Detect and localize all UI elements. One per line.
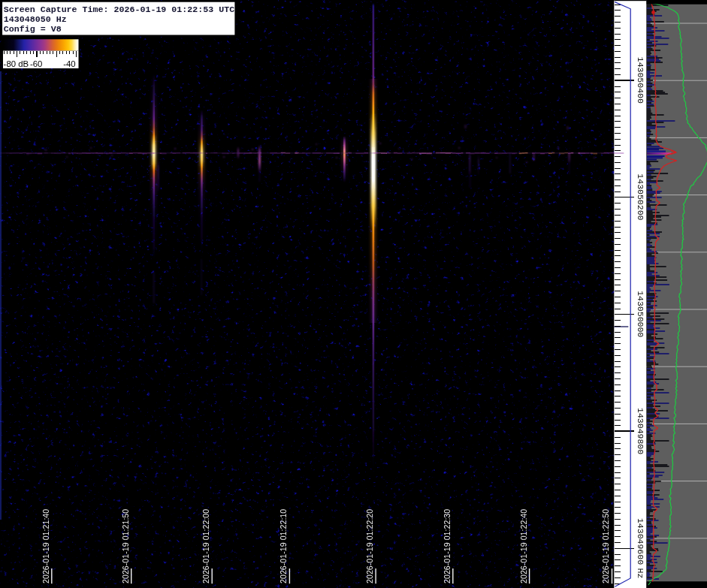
svg-text:-80 dB: -80 dB xyxy=(4,59,29,68)
svg-text:Hz: Hz xyxy=(636,568,645,579)
svg-text:2026-01-19 01:22:40: 2026-01-19 01:22:40 xyxy=(519,509,528,583)
svg-text:2026-01-19 01:22:50: 2026-01-19 01:22:50 xyxy=(601,509,610,583)
svg-text:2026-01-19 01:21:40: 2026-01-19 01:21:40 xyxy=(41,509,50,583)
svg-text:143049600: 143049600 xyxy=(636,518,645,565)
svg-text:2026-01-19 01:22:30: 2026-01-19 01:22:30 xyxy=(443,509,452,583)
svg-text:143050000: 143050000 xyxy=(636,291,645,337)
svg-text:2026-01-19 01:22:00: 2026-01-19 01:22:00 xyxy=(201,509,210,583)
svg-text:2026-01-19 01:22:20: 2026-01-19 01:22:20 xyxy=(365,509,374,583)
svg-text:143050200: 143050200 xyxy=(636,173,645,220)
svg-text:Config = V8: Config = V8 xyxy=(4,24,62,34)
svg-text:-40: -40 xyxy=(63,59,75,68)
svg-text:-60: -60 xyxy=(30,59,42,68)
svg-text:2026-01-19 01:22:10: 2026-01-19 01:22:10 xyxy=(279,509,288,583)
svg-text:143049800: 143049800 xyxy=(636,408,645,454)
svg-text:143048050 Hz: 143048050 Hz xyxy=(4,14,67,24)
svg-text:Screen Capture Time: 2026-01-1: Screen Capture Time: 2026-01-19 01:22:53… xyxy=(4,5,234,14)
svg-text:143050400: 143050400 xyxy=(636,57,645,104)
svg-text:2026-01-19 01:21:50: 2026-01-19 01:21:50 xyxy=(121,509,130,583)
